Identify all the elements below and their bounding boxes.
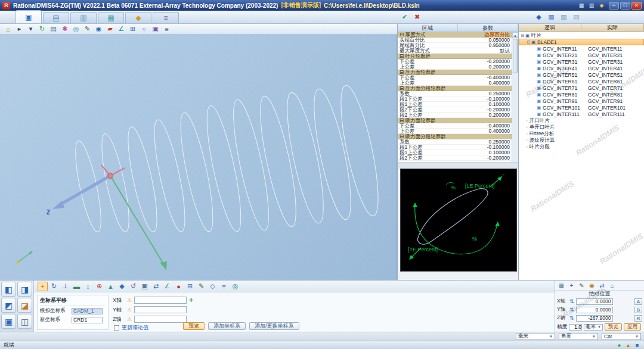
precision-unit-select[interactable]: 毫米▼ xyxy=(584,324,603,331)
param-row[interactable]: 段2下公差-0.200000 xyxy=(398,155,512,161)
angle-measure-icon[interactable]: ∠ xyxy=(116,24,126,34)
param-row[interactable]: 上公差0.200000 xyxy=(398,64,512,70)
maximize-button[interactable]: □ xyxy=(620,2,630,10)
param-row[interactable]: 系数0.250000 xyxy=(398,139,512,145)
tree-layout-icon[interactable]: ▦ xyxy=(546,12,556,21)
tree-item[interactable]: ▣GCV_INTER111GCV_INTER111 xyxy=(519,111,644,117)
csys-axis-icon[interactable]: ↕ xyxy=(83,282,93,291)
tree-item[interactable]: ▣GCV_INTER81GCV_INTER81 xyxy=(519,91,644,98)
param-row[interactable]: ⊟ 叶片轮廓群 xyxy=(398,54,512,59)
close-button[interactable]: × xyxy=(631,2,642,10)
unit-cat-select[interactable]: Cat▼ xyxy=(602,333,641,340)
axis-offset-input[interactable] xyxy=(134,306,187,313)
add-replace-csys-button[interactable]: 添加/更换坐标系 xyxy=(249,322,299,330)
unit-mm-select[interactable]: 毫米▼ xyxy=(516,333,555,340)
param-row[interactable]: 最大厚度方式默认 xyxy=(398,48,512,54)
csys-origin-icon[interactable]: ⊕ xyxy=(94,282,104,291)
scroll-up-icon[interactable]: ▲ xyxy=(512,32,518,38)
bestfit-icon[interactable]: ▲ xyxy=(106,282,116,291)
tab-machine[interactable]: ▣ xyxy=(16,10,42,23)
updown-icon[interactable]: ⇅ xyxy=(569,315,574,321)
tab-gem[interactable]: ◆ xyxy=(125,12,151,23)
goto-icon[interactable]: ⇄ xyxy=(597,281,606,289)
param-row[interactable]: 段2上公差0.200000 xyxy=(398,113,512,118)
edit-csys-icon[interactable]: ✎ xyxy=(196,282,206,291)
axis-key-button[interactable]: B xyxy=(634,307,642,313)
view-iso-icon[interactable]: ◧ xyxy=(1,282,16,297)
close-param-icon[interactable]: ✖ xyxy=(412,12,422,21)
csys-rotate-icon[interactable]: ↻ xyxy=(49,282,59,291)
sim-csys-input[interactable] xyxy=(72,308,103,314)
tab-program[interactable]: ▥ xyxy=(70,12,97,23)
param-row[interactable]: 段1上公差0.100000 xyxy=(398,102,512,107)
layout-icon[interactable]: ▦ xyxy=(577,2,586,10)
tree-item[interactable]: ▣GCV_INTER31GCV_INTER31 xyxy=(519,58,644,65)
preview-button[interactable]: 预览 xyxy=(183,322,205,330)
axis-key-button[interactable]: R xyxy=(634,315,642,322)
axis-key-button[interactable]: A xyxy=(634,298,642,305)
compass-icon[interactable]: ◎ xyxy=(71,24,81,34)
origin-point[interactable] xyxy=(108,173,113,179)
update-theoretical-checkbox[interactable] xyxy=(114,325,119,331)
pad-grid-icon[interactable]: ▦ xyxy=(557,281,566,289)
axis-offset-input[interactable] xyxy=(134,297,187,304)
tree-item[interactable]: ▫开口叶片 xyxy=(519,117,644,124)
tree-item[interactable]: ▣GCV_INTER91GCV_INTER91 xyxy=(519,98,644,104)
param-scrollbar[interactable]: ▲ ▼ xyxy=(512,32,518,169)
tab-tools[interactable]: ≡ xyxy=(153,12,179,23)
add-value-icon[interactable]: + xyxy=(189,296,193,304)
tree-blade1[interactable]: ⊟▣BLADE1 xyxy=(519,39,644,45)
axis-offset-input[interactable] xyxy=(134,316,187,323)
tab-logical[interactable]: 逻辑 xyxy=(519,24,581,31)
tree-item[interactable]: ▫波纹度计算 xyxy=(519,137,644,144)
section-icon[interactable]: ▣ xyxy=(150,24,160,34)
confirm-icon[interactable]: ✔ xyxy=(400,12,410,21)
tree-item[interactable]: ▣GCV_INTER61GCV_INTER61 xyxy=(519,78,644,85)
diamond-csys-icon[interactable]: ◇ xyxy=(208,282,218,291)
brush-icon[interactable]: ▰ xyxy=(105,24,115,34)
home-pos-icon[interactable]: ⌂ xyxy=(608,281,617,289)
param-row[interactable]: ⊟ 压力面分段轮廓群 xyxy=(398,86,512,91)
tree-expander-icon[interactable]: ⊟ xyxy=(526,40,531,45)
updown-icon[interactable]: ⇅ xyxy=(569,307,574,313)
position-apply-button[interactable]: 应用 xyxy=(624,323,641,331)
tree-item[interactable]: ▣GCV_INTER101GCV_INTER101 xyxy=(519,104,644,111)
tree-item[interactable]: ▫叶片分段 xyxy=(519,144,644,150)
position-value-input[interactable] xyxy=(576,315,613,322)
tree-item[interactable]: ▣GCV_INTER71GCV_INTER71 xyxy=(519,85,644,91)
tree-pin-icon[interactable]: ▤ xyxy=(571,12,581,21)
param-row[interactable]: 尾端百分比0.950000 xyxy=(398,43,512,48)
csys-translate-icon[interactable]: + xyxy=(38,282,48,291)
refresh-icon[interactable]: ↻ xyxy=(37,24,47,34)
scrollbar-thumb[interactable] xyxy=(513,39,518,73)
param-row[interactable]: 段2下公差-0.200000 xyxy=(398,107,512,113)
joystick-icon[interactable]: ◉ xyxy=(587,281,596,289)
updown-icon[interactable]: ⇅ xyxy=(569,298,574,304)
rps-icon[interactable]: ◆ xyxy=(117,282,127,291)
csys-copy-icon[interactable]: ▣ xyxy=(140,282,150,291)
grid-icon[interactable]: ⊞ xyxy=(128,24,138,34)
position-value-input[interactable] xyxy=(576,298,613,305)
tree-expand-icon[interactable]: ◆ xyxy=(534,12,544,21)
probe-pen-icon[interactable]: ✎ xyxy=(577,281,586,289)
csys-321-icon[interactable]: ⊥ xyxy=(60,282,70,291)
param-row[interactable]: 上公差0.400000 xyxy=(398,80,512,86)
tree-item[interactable]: ▣GCV_INTER41GCV_INTER41 xyxy=(519,65,644,71)
status-probe-icon[interactable]: ● xyxy=(616,342,623,348)
param-row[interactable]: 下公差-0.400000 xyxy=(398,123,512,129)
tab-actual[interactable]: 实际 xyxy=(581,24,644,31)
param-row[interactable]: ⊟ 厚度方式边界百分比 xyxy=(398,32,512,38)
manual-move-icon[interactable]: + xyxy=(567,281,576,289)
tab-report[interactable]: ▦ xyxy=(98,12,124,23)
view-top-icon[interactable]: ◨ xyxy=(17,282,32,297)
tree-root[interactable]: ⊟▣叶片 xyxy=(519,32,644,39)
csys-swap-icon[interactable]: ⇄ xyxy=(151,282,161,291)
image-icon[interactable]: ✱ xyxy=(60,24,70,34)
add-csys-button[interactable]: 添加坐标系 xyxy=(208,322,246,330)
print-icon[interactable]: ▤ xyxy=(48,24,58,34)
iterative-icon[interactable]: ↺ xyxy=(128,282,138,291)
view-side-icon[interactable]: ◪ xyxy=(17,298,32,313)
grid-csys-icon[interactable]: ⊞ xyxy=(185,282,195,291)
param-row[interactable]: 系数0.250000 xyxy=(398,91,512,96)
eye-icon[interactable]: ◉ xyxy=(94,24,104,34)
